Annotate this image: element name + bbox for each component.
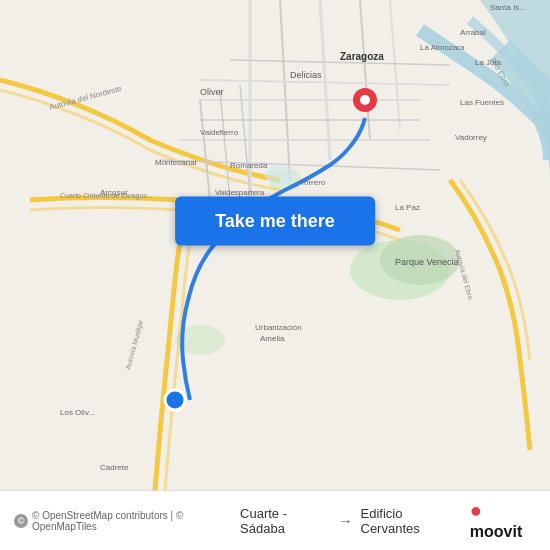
svg-point-19: [265, 165, 295, 185]
map-container: Autovía del Nordeste Cuarto Cinturón de …: [0, 0, 550, 490]
svg-text:Zaragoza: Zaragoza: [340, 51, 384, 62]
svg-text:La Jota: La Jota: [475, 58, 502, 67]
copyright-icon: ©: [14, 514, 28, 528]
route-from: Cuarte - Sádaba: [240, 506, 330, 536]
svg-text:Amelia: Amelia: [260, 334, 285, 343]
svg-text:Montecanal: Montecanal: [155, 158, 197, 167]
svg-text:La Almozara: La Almozara: [420, 43, 465, 52]
arrow-icon: →: [339, 513, 353, 529]
svg-text:Oliver: Oliver: [200, 87, 224, 97]
bottom-bar: © © OpenStreetMap contributors | © OpenM…: [0, 490, 550, 550]
svg-text:Las Fuentes: Las Fuentes: [460, 98, 504, 107]
route-to: Edificio Cervantes: [361, 506, 460, 536]
svg-text:Torrero: Torrero: [300, 178, 326, 187]
map-background: Autovía del Nordeste Cuarto Cinturón de …: [0, 0, 550, 490]
svg-text:Arrabal: Arrabal: [460, 28, 486, 37]
svg-text:Delicias: Delicias: [290, 70, 322, 80]
moovit-icon: ●: [470, 499, 482, 521]
moovit-logo: ● moovit: [470, 499, 536, 542]
svg-text:Arcosur: Arcosur: [100, 188, 128, 197]
attribution: © © OpenStreetMap contributors | © OpenM…: [14, 510, 240, 532]
moovit-brand: moovit: [470, 523, 522, 540]
svg-text:Valdefierro: Valdefierro: [200, 128, 239, 137]
moovit-text: ● moovit: [470, 502, 522, 541]
svg-point-48: [165, 390, 185, 410]
take-me-there-button[interactable]: Take me there: [175, 196, 375, 245]
route-info: Cuarte - Sádaba → Edificio Cervantes: [240, 506, 460, 536]
svg-text:Vadorrey: Vadorrey: [455, 133, 487, 142]
svg-text:Los Oliv...: Los Oliv...: [60, 408, 95, 417]
svg-text:Romareda: Romareda: [230, 161, 268, 170]
svg-text:Santa Is...: Santa Is...: [490, 3, 526, 12]
svg-text:Cadrete: Cadrete: [100, 463, 129, 472]
svg-point-47: [360, 95, 370, 105]
svg-text:Urbanización: Urbanización: [255, 323, 302, 332]
attribution-text: © OpenStreetMap contributors | © OpenMap…: [32, 510, 240, 532]
svg-text:La Paz: La Paz: [395, 203, 420, 212]
svg-text:Parque Venecia: Parque Venecia: [395, 257, 459, 267]
